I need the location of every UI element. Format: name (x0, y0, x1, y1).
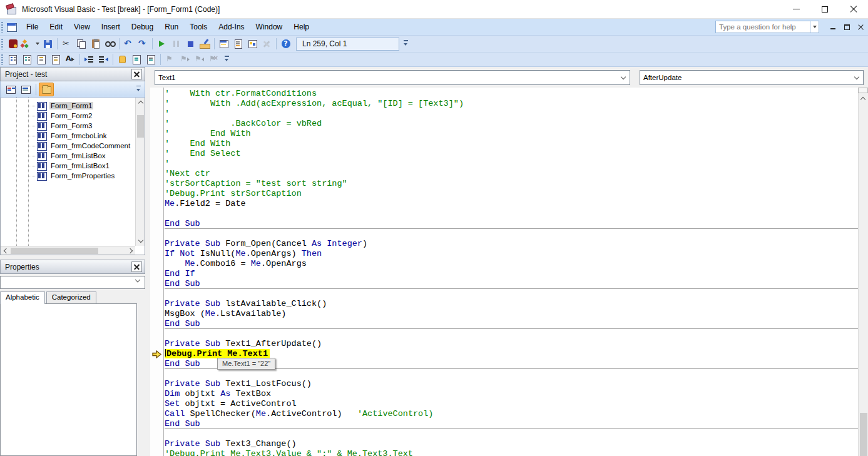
toolbar-grip[interactable] (1, 54, 3, 65)
project-tree-view[interactable]: Form_Form1Form_Form2Form_Form3Form_frmcb… (1, 98, 135, 246)
scrollbar-thumb[interactable] (137, 115, 144, 138)
scroll-down-button[interactable] (136, 236, 145, 246)
chevron-down-icon (621, 74, 626, 79)
object-dropdown[interactable]: Text1 (155, 70, 630, 85)
help-button[interactable] (278, 37, 293, 51)
split-handle[interactable] (858, 88, 868, 93)
scroll-left-button[interactable] (1, 246, 9, 255)
help-question-input[interactable] (716, 23, 810, 31)
tree-item-form_frmcodecomment[interactable]: Form_frmCodeComment (1, 141, 135, 151)
previous-bookmark-button[interactable] (191, 53, 206, 66)
clear-all-bookmarks-button[interactable] (206, 53, 220, 66)
complete-word-button[interactable] (63, 53, 78, 66)
outdent-button[interactable] (96, 53, 111, 66)
toolbar-options-button[interactable] (135, 83, 143, 96)
list-constants-button[interactable] (20, 53, 34, 66)
code-text-area[interactable]: ' With ctr.FormatConditions' With .Add(a… (165, 88, 858, 456)
maximize-button[interactable] (810, 0, 839, 19)
properties-window-button[interactable] (231, 37, 245, 51)
menu-debug[interactable]: Debug (126, 20, 159, 34)
view-code-button[interactable] (3, 83, 18, 96)
properties-list[interactable] (0, 303, 137, 456)
tree-item-form_frmproperties[interactable]: Form_frmProperties (1, 171, 135, 181)
scroll-up-button[interactable] (136, 98, 145, 107)
menu-run[interactable]: Run (159, 20, 184, 34)
mdi-minimize-button[interactable] (827, 21, 839, 33)
design-mode-button[interactable] (198, 37, 212, 51)
project-panel-close-button[interactable] (131, 69, 142, 79)
tab-categorized[interactable]: Categorized (46, 291, 96, 303)
menu-file[interactable]: File (21, 20, 44, 34)
next-bookmark-button[interactable] (177, 53, 191, 66)
undo-button[interactable] (121, 37, 136, 51)
indent-button[interactable] (82, 53, 96, 66)
menu-help[interactable]: Help (288, 20, 315, 34)
close-button[interactable] (839, 0, 868, 19)
scrollbar-thumb[interactable] (11, 248, 98, 254)
tree-item-form_frmlistbox1[interactable]: Form_frmListBox1 (1, 161, 135, 171)
parameter-info-button[interactable] (49, 53, 63, 66)
properties-panel-close-button[interactable] (131, 261, 142, 272)
list-properties-methods-button[interactable] (6, 53, 20, 66)
toolbar-grip[interactable] (1, 39, 3, 49)
toggle-breakpoint-button[interactable] (115, 53, 130, 66)
menu-edit[interactable]: Edit (44, 20, 68, 34)
comment-block-button[interactable] (130, 53, 144, 66)
properties-object-dropdown[interactable] (0, 276, 145, 289)
break-button[interactable] (169, 37, 183, 51)
reset-button[interactable] (183, 37, 198, 51)
paste-button[interactable] (88, 37, 103, 51)
menu-add-ins[interactable]: Add-Ins (213, 20, 250, 34)
toolbar-options-button[interactable] (402, 38, 411, 50)
project-tree-horizontal-scrollbar[interactable] (1, 246, 135, 255)
redo-button[interactable] (136, 37, 150, 51)
toolbox-button[interactable] (260, 37, 274, 51)
project-tree[interactable]: Form_Form1Form_Form2Form_Form3Form_frmcb… (0, 98, 145, 255)
save-button[interactable] (41, 37, 55, 51)
toolbar-grip[interactable] (1, 22, 3, 33)
tree-item-label: Form_frmListBox1 (49, 162, 111, 170)
tree-item-form_form1[interactable]: Form_Form1 (1, 101, 135, 111)
menu-view[interactable]: View (68, 20, 96, 34)
copy-button[interactable] (74, 37, 88, 51)
tree-item-form_frmlistbox[interactable]: Form_frmListBox (1, 151, 135, 161)
code-editor[interactable]: ' With ctr.FormatConditions' With .Add(a… (150, 88, 868, 456)
view-microsoft-access-button[interactable] (6, 37, 20, 51)
breakpoint-margin[interactable] (150, 88, 164, 456)
view-object-button[interactable] (18, 83, 33, 96)
uncomment-block-button[interactable] (144, 53, 158, 66)
scroll-up-button[interactable] (858, 93, 868, 103)
form-icon (37, 142, 46, 150)
tab-alphabetic[interactable]: Alphabetic (0, 291, 45, 304)
object-browser-button[interactable] (245, 37, 260, 51)
toggle-folders-button[interactable] (39, 83, 54, 96)
insert-module-button[interactable] (20, 37, 34, 51)
menu-tools[interactable]: Tools (184, 20, 213, 34)
tree-item-form_frmcbolink[interactable]: Form_frmcboLink (1, 131, 135, 141)
tree-item-form_form3[interactable]: Form_Form3 (1, 121, 135, 131)
project-explorer-button[interactable] (217, 37, 231, 51)
mdi-restore-button[interactable] (840, 21, 853, 33)
quick-info-button[interactable] (34, 53, 49, 66)
menu-insert[interactable]: Insert (96, 20, 126, 34)
code-line: End Sub (165, 419, 858, 429)
scrollbar-thumb[interactable] (860, 413, 867, 456)
code-line: Private Sub Text1_LostFocus() (165, 379, 858, 389)
minimize-button[interactable] (782, 0, 810, 19)
document-window-icon[interactable] (7, 23, 17, 32)
menu-window[interactable]: Window (250, 20, 288, 34)
toggle-bookmark-button[interactable] (163, 53, 177, 66)
project-tree-vertical-scrollbar[interactable] (135, 98, 145, 246)
code-vertical-scrollbar[interactable] (858, 88, 868, 456)
chevron-down-icon (854, 74, 859, 79)
cut-button[interactable] (59, 37, 74, 51)
mdi-close-button[interactable] (854, 21, 867, 33)
tree-item-form_form2[interactable]: Form_Form2 (1, 111, 135, 121)
help-question-dropdown[interactable] (810, 21, 819, 33)
continue-button[interactable] (155, 37, 169, 51)
event-dropdown[interactable]: AfterUpdate (640, 70, 864, 85)
scroll-right-button[interactable] (126, 246, 135, 255)
insert-module-dropdown-button[interactable] (34, 37, 41, 51)
find-button[interactable] (103, 37, 117, 51)
toolbar-options-button[interactable] (223, 53, 232, 66)
